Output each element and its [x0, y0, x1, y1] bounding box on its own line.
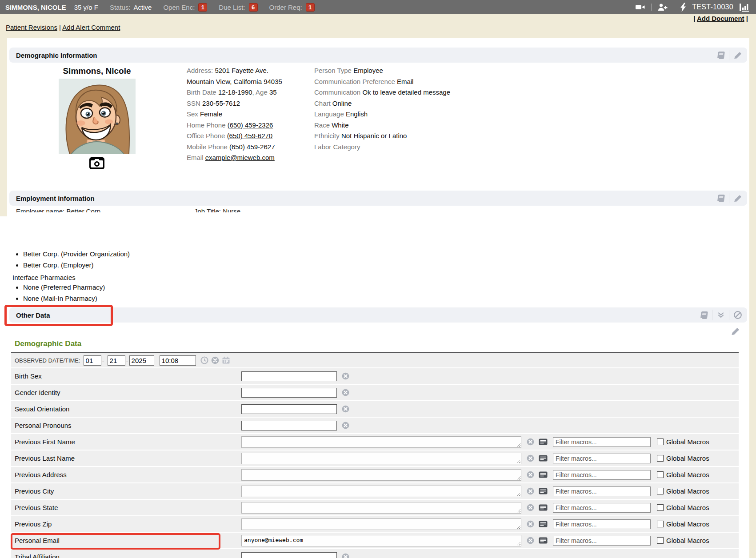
- add-alert-comment-link[interactable]: Add Alert Comment: [62, 24, 120, 31]
- list-item: None (Preferred Pharmacy): [23, 282, 105, 293]
- observed-day-input[interactable]: [108, 355, 125, 366]
- lightning-icon[interactable]: [680, 3, 686, 12]
- demographics-panel: Demographic Information Simmons, Nicole: [7, 38, 749, 216]
- office-phone-link[interactable]: (650) 459-6270: [227, 132, 273, 140]
- previous-state-textarea[interactable]: [241, 502, 521, 514]
- collapse-chevrons-icon[interactable]: [712, 310, 729, 320]
- filter-macros-input[interactable]: [553, 454, 651, 463]
- journal-icon[interactable]: [696, 310, 712, 320]
- order-req-badge[interactable]: 1: [306, 3, 315, 12]
- global-macros-checkbox[interactable]: [657, 521, 664, 527]
- age-value: 35: [269, 88, 277, 96]
- sexual-orientation-input[interactable]: [241, 404, 337, 414]
- clear-icon[interactable]: [211, 356, 219, 364]
- open-enc-label: Open Enc:: [163, 4, 195, 11]
- add-document-link[interactable]: Add Document: [697, 15, 744, 22]
- global-macros-label[interactable]: Global Macros: [666, 438, 709, 446]
- clear-icon[interactable]: [342, 372, 349, 380]
- filter-macros-input[interactable]: [553, 470, 651, 480]
- journal-icon[interactable]: [712, 193, 729, 203]
- filter-macros-input[interactable]: [553, 486, 651, 496]
- global-macros-label[interactable]: Global Macros: [666, 471, 709, 478]
- global-macros-checkbox[interactable]: [657, 455, 664, 462]
- clear-icon[interactable]: [342, 553, 349, 558]
- edit-pencil-icon[interactable]: [729, 50, 746, 60]
- global-macros-label[interactable]: Global Macros: [666, 504, 709, 511]
- chart-icon[interactable]: [739, 3, 751, 12]
- macros-icon[interactable]: [539, 438, 548, 445]
- add-person-icon[interactable]: [657, 3, 668, 12]
- clear-icon[interactable]: [342, 422, 349, 429]
- clear-icon[interactable]: [527, 504, 534, 511]
- resize-handle[interactable]: anyone@mieweb.com: [241, 535, 521, 546]
- clear-icon[interactable]: [342, 405, 349, 413]
- edit-pencil-icon[interactable]: [729, 193, 746, 203]
- list-item: Better Corp. (Provider Organization): [23, 248, 130, 259]
- patient-name: SIMMONS, NICOLE: [5, 4, 66, 11]
- resize-handle[interactable]: [241, 518, 521, 530]
- global-macros-checkbox[interactable]: [657, 488, 664, 494]
- home-phone-link[interactable]: (650) 459-2326: [228, 121, 273, 129]
- observed-month-input[interactable]: [84, 355, 101, 366]
- tribal-affiliation-input[interactable]: [241, 552, 337, 558]
- edit-photo-button[interactable]: [89, 157, 104, 171]
- previous-zip-textarea[interactable]: [241, 518, 521, 530]
- email-link[interactable]: example@mieweb.com: [205, 154, 275, 161]
- previous-first-name-textarea[interactable]: [241, 436, 521, 448]
- clear-icon[interactable]: [527, 487, 534, 495]
- birth-sex-input[interactable]: [241, 371, 337, 381]
- list-item: None (Mail-In Pharmacy): [23, 293, 105, 304]
- previous-address-textarea[interactable]: [241, 469, 521, 481]
- field-label: Sexual Orientation: [15, 405, 241, 413]
- macros-icon[interactable]: [539, 471, 548, 478]
- global-macros-checkbox[interactable]: [657, 537, 664, 544]
- global-macros-label[interactable]: Global Macros: [666, 520, 709, 528]
- patient-revisions-link[interactable]: Patient Revisions: [6, 24, 57, 31]
- resize-handle[interactable]: [241, 486, 521, 497]
- journal-icon[interactable]: [712, 50, 729, 60]
- video-call-icon[interactable]: [635, 3, 645, 12]
- form-row-birth-sex: Birth Sex: [11, 368, 739, 385]
- macros-icon[interactable]: [539, 537, 548, 544]
- global-macros-label[interactable]: Global Macros: [666, 537, 709, 544]
- clear-icon[interactable]: [342, 389, 349, 396]
- form-row-personal-pronouns: Personal Pronouns: [11, 418, 739, 434]
- resize-handle[interactable]: [241, 469, 521, 481]
- gender-identity-input[interactable]: [241, 388, 337, 398]
- filter-macros-input[interactable]: [553, 437, 651, 447]
- clear-icon[interactable]: [527, 471, 534, 478]
- personal-pronouns-input[interactable]: [241, 421, 337, 430]
- ethnicity-label: Ethnicity: [314, 132, 340, 140]
- resize-handle[interactable]: [241, 436, 521, 448]
- calendar-icon[interactable]: [222, 356, 230, 364]
- filter-macros-input[interactable]: [553, 519, 651, 529]
- edit-pencil-icon[interactable]: [731, 327, 740, 336]
- global-macros-checkbox[interactable]: [657, 438, 664, 445]
- previous-city-textarea[interactable]: [241, 486, 521, 497]
- global-macros-label[interactable]: Global Macros: [666, 487, 709, 495]
- macros-icon[interactable]: [539, 488, 548, 494]
- clear-icon[interactable]: [527, 537, 534, 544]
- clock-icon[interactable]: [200, 356, 208, 364]
- macros-icon[interactable]: [539, 455, 548, 462]
- filter-macros-input[interactable]: [553, 536, 651, 546]
- observed-time-input[interactable]: [160, 355, 196, 366]
- open-enc-badge[interactable]: 1: [198, 3, 207, 12]
- mobile-phone-link[interactable]: (650) 459-2627: [229, 143, 275, 151]
- filter-macros-input[interactable]: [553, 503, 651, 513]
- disable-icon[interactable]: [729, 310, 746, 320]
- clear-icon[interactable]: [527, 454, 534, 462]
- resize-handle[interactable]: [241, 502, 521, 514]
- macros-icon[interactable]: [539, 521, 548, 527]
- personal-email-textarea[interactable]: anyone@mieweb.com: [241, 535, 521, 546]
- due-list-badge[interactable]: 6: [249, 3, 258, 12]
- clear-icon[interactable]: [527, 438, 534, 446]
- observed-year-input[interactable]: [129, 355, 154, 366]
- global-macros-label[interactable]: Global Macros: [666, 454, 709, 462]
- previous-last-name-textarea[interactable]: [241, 453, 521, 464]
- global-macros-checkbox[interactable]: [657, 504, 664, 511]
- resize-handle[interactable]: [241, 453, 521, 464]
- macros-icon[interactable]: [539, 504, 548, 511]
- clear-icon[interactable]: [527, 520, 534, 528]
- global-macros-checkbox[interactable]: [657, 471, 664, 478]
